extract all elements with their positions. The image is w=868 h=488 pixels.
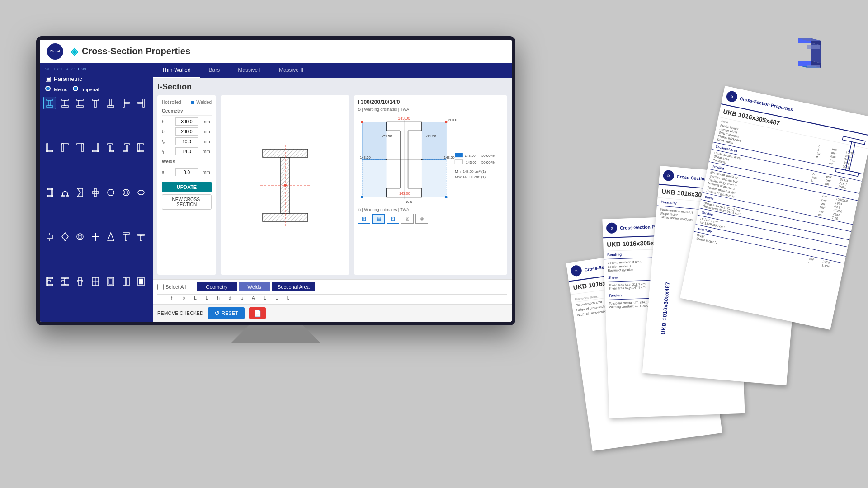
app-title: ◈ Cross-Section Properties bbox=[71, 46, 190, 57]
input-b[interactable] bbox=[175, 127, 198, 136]
diagram-tool-4[interactable]: ⊠ bbox=[401, 214, 414, 224]
svg-rect-64 bbox=[79, 235, 81, 238]
shape-angle-1[interactable] bbox=[43, 141, 56, 154]
bottom-bar: Select All Geometry Welds Sectional Area… bbox=[153, 279, 512, 304]
svg-text:Min  -143.00 cm²  (1): Min -143.00 cm² (1) bbox=[455, 169, 486, 174]
shape-c-1[interactable] bbox=[135, 141, 147, 154]
shape-t-3[interactable] bbox=[120, 97, 132, 109]
remove-checked-button[interactable]: REMOVE CHECKED bbox=[157, 311, 203, 316]
svg-point-121 bbox=[361, 121, 363, 123]
shape-row6-2[interactable] bbox=[104, 275, 117, 288]
section-title: I-Section bbox=[157, 82, 507, 92]
svg-rect-73 bbox=[48, 277, 53, 279]
svg-point-58 bbox=[138, 190, 144, 195]
shape-i-active[interactable] bbox=[43, 97, 56, 109]
parametric-icon: ▣ bbox=[45, 75, 51, 82]
pdf-icon: 📄 bbox=[254, 310, 261, 317]
svg-rect-71 bbox=[140, 235, 142, 241]
svg-text:143.00: 143.00 bbox=[465, 154, 476, 158]
tab-welds[interactable]: Welds bbox=[239, 282, 270, 291]
shape-row5-3[interactable] bbox=[43, 275, 56, 288]
tab-geometry[interactable]: Geometry bbox=[197, 282, 236, 291]
content-panels: Hot rolled Welded Geometry h bbox=[157, 95, 507, 275]
svg-rect-43 bbox=[123, 150, 127, 152]
content-area: Thin-Walled Bars Massive I Massive II I-… bbox=[153, 63, 512, 322]
tab-buttons: Geometry Welds Sectional Area bbox=[197, 282, 315, 291]
diagram-tool-3[interactable]: ⊡ bbox=[387, 214, 399, 224]
shape-row6-3[interactable] bbox=[120, 275, 132, 288]
svg-text:200.0: 200.0 bbox=[448, 118, 458, 122]
svg-rect-88 bbox=[123, 277, 126, 286]
shape-circle-1[interactable] bbox=[104, 186, 117, 199]
decorative-3d-shapes bbox=[771, 34, 830, 85]
shape-circle-2[interactable] bbox=[120, 186, 132, 199]
shape-omega[interactable] bbox=[59, 186, 71, 199]
shape-z-1[interactable] bbox=[104, 141, 117, 154]
diagram-toolbar: ⊞ ▦ ⊡ ⊠ ◈ bbox=[358, 214, 504, 224]
input-h[interactable] bbox=[175, 117, 198, 126]
shape-angle-2[interactable] bbox=[59, 141, 71, 154]
shape-c-2[interactable] bbox=[43, 186, 56, 199]
diagram-tool-2[interactable]: ▦ bbox=[372, 214, 385, 224]
warping-diagram-svg: 143.00 200.0 -71.50 -71.50 143.00 143.00… bbox=[358, 114, 504, 205]
shape-row5-4[interactable] bbox=[59, 275, 71, 288]
shape-circle-3[interactable] bbox=[135, 186, 147, 199]
shape-z-2[interactable] bbox=[120, 141, 132, 154]
shape-t-1[interactable] bbox=[89, 97, 102, 109]
input-tw[interactable] bbox=[175, 137, 198, 145]
svg-rect-14 bbox=[49, 100, 51, 106]
metric-radio[interactable]: Metric bbox=[45, 86, 67, 92]
report-logo-2: D bbox=[663, 170, 675, 182]
update-button[interactable]: UPDATE bbox=[162, 182, 212, 192]
svg-point-55 bbox=[108, 189, 114, 196]
reset-button[interactable]: ↺ RESET bbox=[208, 307, 245, 319]
new-section-button[interactable]: NEW CROSS-SECTION bbox=[162, 194, 212, 210]
svg-text:Max  143.00 cm²  (1): Max 143.00 cm² (1) bbox=[455, 175, 486, 179]
shape-angle-4[interactable] bbox=[89, 141, 102, 154]
diagram-tool-1[interactable]: ⊞ bbox=[358, 214, 370, 224]
shape-row5-5[interactable] bbox=[74, 275, 86, 288]
tab-massive-i[interactable]: Massive I bbox=[229, 63, 270, 78]
app-header: Dlubal ◈ Cross-Section Properties bbox=[40, 40, 512, 63]
shape-i-2[interactable] bbox=[59, 97, 71, 109]
tab-bars[interactable]: Bars bbox=[200, 63, 229, 78]
content-main: I-Section Hot rolled Welded bbox=[153, 78, 512, 279]
svg-rect-53 bbox=[94, 188, 96, 197]
svg-rect-89 bbox=[127, 277, 129, 286]
imperial-radio[interactable]: Imperial bbox=[73, 86, 99, 92]
tab-thin-walled[interactable]: Thin-Walled bbox=[153, 63, 200, 78]
shape-row6-1[interactable] bbox=[89, 275, 102, 288]
shape-row4-3[interactable] bbox=[74, 230, 86, 243]
svg-point-122 bbox=[445, 121, 448, 123]
svg-rect-51 bbox=[66, 195, 68, 197]
shape-i-3[interactable] bbox=[74, 97, 86, 109]
shape-row4-1[interactable] bbox=[43, 230, 56, 243]
shape-t-2[interactable] bbox=[104, 97, 117, 109]
warping-subtitle: ω | Warping ordinates | TWA bbox=[358, 107, 504, 112]
input-tf[interactable] bbox=[175, 147, 198, 155]
shape-row4-2[interactable] bbox=[59, 230, 71, 243]
param-b: b mm bbox=[162, 127, 212, 136]
diagram-tool-5[interactable]: ◈ bbox=[415, 214, 428, 224]
select-all-checkbox[interactable] bbox=[157, 284, 164, 290]
tab-sectional-area[interactable]: Sectional Area bbox=[272, 282, 315, 291]
svg-marker-62 bbox=[62, 233, 68, 241]
shape-row6-4[interactable] bbox=[135, 275, 147, 288]
sidebar-parametric[interactable]: ▣ Parametric bbox=[40, 73, 153, 84]
tab-massive-ii[interactable]: Massive II bbox=[270, 63, 312, 78]
shape-row5-2[interactable] bbox=[135, 230, 147, 243]
shape-row4-4[interactable] bbox=[104, 230, 117, 243]
shape-plus[interactable] bbox=[89, 230, 102, 243]
input-a[interactable] bbox=[175, 168, 198, 176]
welds-label: Welds bbox=[162, 157, 212, 166]
svg-rect-15 bbox=[47, 106, 53, 107]
svg-point-56 bbox=[123, 189, 129, 196]
shape-row5-1[interactable] bbox=[120, 230, 132, 243]
shape-t-4[interactable] bbox=[135, 97, 147, 109]
svg-rect-130 bbox=[455, 160, 463, 164]
shape-sigma[interactable] bbox=[74, 186, 86, 199]
svg-rect-45 bbox=[138, 144, 143, 145]
shape-cross-1[interactable] bbox=[89, 186, 102, 199]
shape-angle-3[interactable] bbox=[74, 141, 86, 154]
pdf-button[interactable]: 📄 bbox=[249, 307, 266, 319]
